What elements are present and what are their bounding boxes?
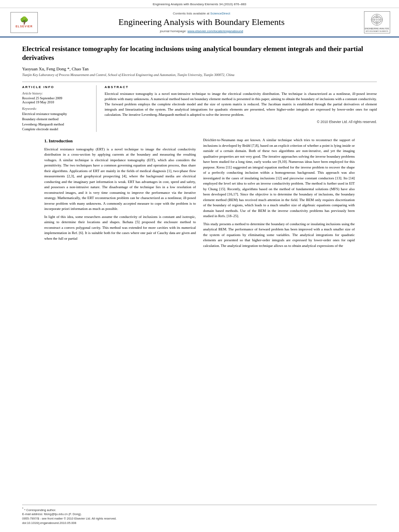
elsevier-logo-box: 🌳 ELSEVIER bbox=[10, 12, 38, 33]
body-para-2: In light of this idea, some researchers … bbox=[44, 214, 196, 242]
homepage-text: journal homepage: bbox=[160, 29, 187, 33]
footer-email: E-mail address: fdong@tju.edu.cn (F. Don… bbox=[22, 512, 377, 516]
contents-text: Contents lists available at bbox=[173, 12, 210, 15]
body-col-left: 1. Introduction Electrical resistance to… bbox=[44, 138, 196, 251]
journal-homepage: journal homepage: www.elsevier.com/locat… bbox=[44, 29, 359, 33]
journal-header: 🌳 ELSEVIER Contents lists available at S… bbox=[0, 8, 399, 37]
homepage-link[interactable]: www.elsevier.com/locate/enganabound bbox=[187, 29, 243, 33]
author-names: Yaoyuan Xu, Feng Dong *, Chao Tan bbox=[22, 66, 88, 71]
copyright: © 2010 Elsevier Ltd. All rights reserved… bbox=[105, 120, 377, 124]
article-info-label: ARTICLE INFO bbox=[22, 85, 91, 89]
elsevier-tree-icon: 🌳 bbox=[20, 17, 29, 24]
page-footer: * * Corresponding author. E-mail address… bbox=[22, 505, 377, 525]
article-title: Electrical resistance tomography for loc… bbox=[22, 45, 377, 62]
abstract-col: ABSTRACT Electrical resistance tomograph… bbox=[105, 85, 377, 132]
footer-doi: doi:10.1016/j.enganabound.2010.05.008 bbox=[22, 521, 377, 525]
article-info-col: ARTICLE INFO Article history: Received 2… bbox=[22, 85, 97, 132]
keywords-label: Keywords: bbox=[22, 107, 91, 111]
affiliation: Tianjin Key Laboratory of Process Measur… bbox=[22, 73, 377, 77]
keyword-2: Boundary element method bbox=[22, 117, 91, 122]
journal-ref-bar: Engineering Analysis with Boundary Eleme… bbox=[0, 0, 399, 8]
journal-logo-svg: ENGINEERING ANALYSIS WITH BOUNDARY ELEME… bbox=[365, 12, 389, 33]
history-label: Article history: bbox=[22, 91, 91, 95]
journal-logo-box: ENGINEERING ANALYSIS WITH BOUNDARY ELEME… bbox=[364, 11, 390, 33]
accepted-date: Accepted 19 May 2010 bbox=[22, 100, 91, 104]
received-date: Received 25 September 2009 bbox=[22, 96, 91, 100]
info-abstract-section: ARTICLE INFO Article history: Received 2… bbox=[22, 82, 377, 132]
contents-line: Contents lists available at ScienceDirec… bbox=[44, 12, 359, 15]
footnote-corresponding: * Corresponding author. bbox=[24, 508, 56, 511]
body-para-3: Dirichlet-to-Neumann map are known. A si… bbox=[203, 138, 355, 219]
footnote-star: * bbox=[22, 507, 23, 510]
abstract-label: ABSTRACT bbox=[105, 85, 377, 89]
body-para-1: Electrical resistance tomography (ERT) i… bbox=[44, 147, 196, 212]
footer-issn: 0955-7997/$ - see front matter © 2010 El… bbox=[22, 517, 377, 520]
footnote-star-line: * * Corresponding author. bbox=[22, 507, 377, 512]
elsevier-label: ELSEVIER bbox=[16, 25, 33, 28]
journal-reference: Engineering Analysis with Boundary Eleme… bbox=[153, 2, 247, 6]
body-columns: 1. Introduction Electrical resistance to… bbox=[22, 138, 377, 251]
page: Engineering Analysis with Boundary Eleme… bbox=[0, 0, 399, 532]
section1-heading: 1. Introduction bbox=[44, 138, 196, 144]
journal-title-area: Contents lists available at ScienceDirec… bbox=[44, 11, 359, 33]
abstract-text: Electrical resistance tomography is a no… bbox=[105, 91, 377, 117]
body-col-right: Dirichlet-to-Neumann map are known. A si… bbox=[203, 138, 355, 251]
journal-title: Engineering Analysis with Boundary Eleme… bbox=[44, 17, 359, 27]
keyword-4: Complete electrode model bbox=[22, 127, 91, 132]
svg-text:WITH BOUNDARY ELEMENTS: WITH BOUNDARY ELEMENTS bbox=[366, 30, 389, 32]
sciencedirect-link[interactable]: ScienceDirect bbox=[210, 12, 230, 15]
authors: Yaoyuan Xu, Feng Dong *, Chao Tan bbox=[22, 66, 377, 71]
keyword-3: Levenberg–Marquardt method bbox=[22, 122, 91, 127]
keywords-list: Electrical resistance tomography Boundar… bbox=[22, 111, 91, 132]
body-para-4: This study presents a method to determin… bbox=[203, 222, 355, 249]
journal-logo-area: ENGINEERING ANALYSIS WITH BOUNDARY ELEME… bbox=[363, 11, 391, 33]
elsevier-logo-area: 🌳 ELSEVIER bbox=[8, 11, 40, 33]
keyword-1: Electrical resistance tomography bbox=[22, 111, 91, 117]
svg-text:ENGINEERING ANALYSIS: ENGINEERING ANALYSIS bbox=[365, 27, 389, 30]
article-area: Electrical resistance tomography for loc… bbox=[0, 37, 399, 251]
